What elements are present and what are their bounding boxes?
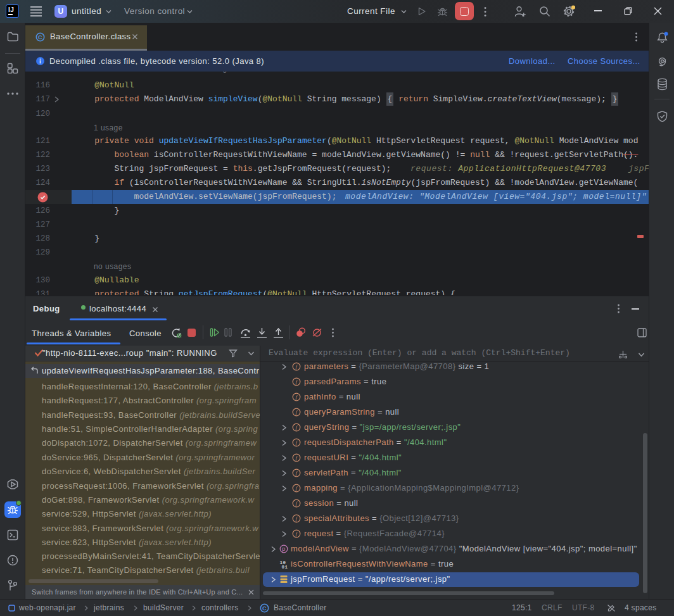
svg-text:C: C [262,605,267,612]
svg-text:f: f [296,500,298,506]
svg-text:f: f [296,455,298,461]
svg-text:f: f [296,470,298,476]
svg-text:f: f [296,439,298,446]
svg-text:p: p [282,546,285,552]
svg-text:f: f [296,485,298,491]
svg-text:C: C [38,34,42,41]
svg-text:f: f [296,379,298,385]
svg-text:f: f [296,363,298,370]
svg-text:f: f [296,515,298,522]
svg-text:f: f [296,531,298,537]
svg-text:f: f [296,409,298,415]
svg-text:f: f [296,394,298,400]
svg-text:f: f [296,424,298,431]
svg-text:01: 01 [282,565,288,569]
